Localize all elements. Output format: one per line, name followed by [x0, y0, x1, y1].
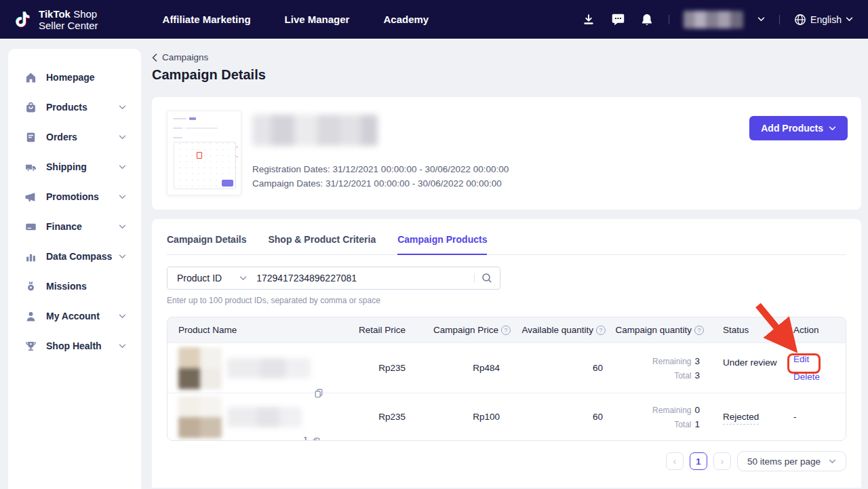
divider	[669, 15, 669, 24]
orders-icon	[25, 132, 37, 143]
chevron-down-icon	[119, 344, 126, 349]
medal-icon	[25, 281, 37, 292]
col-product-name: Product Name	[167, 325, 323, 335]
bag-icon	[25, 102, 37, 113]
chevron-down-icon	[829, 459, 836, 464]
help-icon[interactable]: ?	[694, 326, 704, 335]
notifications-bell-icon[interactable]	[639, 12, 654, 27]
chevron-down-icon	[119, 195, 126, 199]
chevron-down-icon	[119, 105, 126, 110]
table-row: 1 Rp235 Rp100 60 Remaining0 Total1 Rejec…	[167, 393, 846, 440]
nav-link-affiliate-marketing[interactable]: Affiliate Marketing	[163, 14, 251, 25]
current-page-button[interactable]: 1	[690, 452, 707, 470]
chevron-down-icon	[119, 135, 126, 140]
page-title: Campaign Details	[152, 67, 861, 83]
status-badge: Rejected	[704, 410, 785, 424]
retail-price: Rp235	[323, 363, 406, 373]
person-icon	[25, 311, 37, 322]
chevron-down-icon	[119, 314, 126, 319]
campaign-quantity: Remaining0 Total1	[606, 403, 704, 431]
tab-shop-product-criteria[interactable]: Shop & Product Criteria	[268, 234, 376, 255]
product-image-blurred	[178, 396, 222, 438]
campaign-price: Rp484	[406, 363, 511, 373]
search-filter-select[interactable]: Product ID	[167, 273, 256, 283]
tiktok-shop-logo[interactable]: TikTok Shop Seller Center	[15, 8, 98, 31]
sidebar-item-finance[interactable]: Finance	[8, 212, 141, 241]
language-label: English	[810, 14, 842, 25]
account-name-blurred[interactable]	[684, 11, 743, 28]
product-image-blurred	[178, 347, 222, 389]
sidebar-item-missions[interactable]: Missions	[8, 271, 141, 301]
sidebar-item-data-compass[interactable]: Data Compass	[8, 241, 141, 271]
campaign-thumbnail-image	[167, 111, 241, 195]
divider	[474, 273, 475, 283]
language-chevron-down-icon	[846, 17, 853, 22]
product-name-suffix: 1	[303, 435, 308, 442]
search-input[interactable]	[256, 273, 474, 283]
action-cell: -	[785, 412, 846, 422]
megaphone-icon	[25, 191, 37, 203]
account-chevron-down-icon[interactable]	[757, 17, 765, 22]
chevron-down-icon	[829, 126, 836, 131]
retail-price: Rp235	[323, 412, 406, 422]
tab-campaign-products[interactable]: Campaign Products	[397, 234, 487, 255]
language-selector[interactable]: English	[794, 14, 853, 26]
sidebar-item-shop-health[interactable]: Shop Health	[8, 331, 141, 361]
sidebar-item-shipping[interactable]: Shipping	[8, 152, 141, 182]
sidebar-item-promotions[interactable]: Promotions	[8, 182, 141, 212]
breadcrumb[interactable]: Campaigns	[152, 52, 861, 62]
prev-page-button[interactable]: ‹	[666, 452, 684, 470]
tiktok-note-icon	[15, 10, 33, 28]
product-cell	[167, 347, 323, 389]
nav-link-academy[interactable]: Academy	[383, 14, 429, 25]
tab-campaign-details[interactable]: Campaign Details	[167, 234, 246, 255]
product-name-blurred	[227, 407, 302, 427]
campaign-quantity: Remaining3 Total3	[606, 354, 704, 383]
product-cell: 1	[167, 396, 323, 438]
pagination: ‹ 1 › 50 items per page	[167, 451, 846, 471]
messages-icon[interactable]	[610, 12, 625, 27]
sidebar-item-homepage[interactable]: Homepage	[8, 62, 141, 92]
download-icon[interactable]	[581, 12, 596, 27]
nav-link-live-manager[interactable]: Live Manager	[285, 14, 350, 25]
chart-icon	[25, 251, 37, 262]
campaign-name-blurred	[252, 115, 378, 146]
campaign-dates: Campaign Dates: 31/12/2021 00:00:00 - 30…	[252, 176, 509, 191]
col-campaign-quantity: Campaign quantity?	[606, 325, 704, 335]
next-page-button[interactable]: ›	[713, 452, 731, 470]
sidebar: Homepage Products Orders Shipping Promot…	[8, 49, 141, 489]
campaign-price: Rp100	[406, 412, 511, 422]
copy-icon[interactable]	[311, 437, 321, 442]
trophy-icon	[25, 340, 37, 352]
logo-text: TikTok Shop Seller Center	[39, 8, 98, 31]
available-quantity: 60	[511, 412, 606, 422]
chevron-down-icon	[119, 224, 126, 229]
card-icon	[25, 221, 37, 233]
add-products-button[interactable]: Add Products	[749, 116, 848, 140]
chevron-down-icon	[119, 165, 126, 170]
chevron-down-icon	[239, 276, 247, 281]
col-available-quantity: Available quantity?	[511, 325, 606, 335]
back-chevron-icon	[152, 54, 157, 62]
available-quantity: 60	[511, 363, 606, 373]
page-size-select[interactable]: 50 items per page	[737, 451, 846, 471]
sidebar-item-products[interactable]: Products	[8, 92, 141, 122]
search-icon[interactable]	[481, 273, 492, 283]
top-navbar: TikTok Shop Seller Center Affiliate Mark…	[0, 0, 868, 39]
col-retail-price: Retail Price	[323, 325, 406, 335]
sidebar-item-my-account[interactable]: My Account	[8, 301, 141, 331]
globe-icon	[794, 14, 806, 26]
sidebar-item-orders[interactable]: Orders	[8, 122, 141, 152]
chevron-down-icon	[119, 254, 126, 259]
truck-icon	[25, 161, 37, 173]
tab-bar: Campaign Details Shop & Product Criteria…	[167, 219, 846, 255]
home-icon	[25, 72, 37, 83]
thumbnail-calendar	[174, 142, 236, 189]
product-search-bar: Product ID	[167, 267, 500, 290]
help-icon[interactable]: ?	[501, 326, 511, 335]
col-campaign-price: Campaign Price?	[406, 325, 511, 335]
registration-dates: Registration Dates: 31/12/2021 00:00:00 …	[252, 162, 509, 176]
annotation-arrow	[743, 299, 811, 361]
nav-links: Affiliate Marketing Live Manager Academy	[163, 14, 429, 25]
help-icon[interactable]: ?	[596, 326, 606, 335]
